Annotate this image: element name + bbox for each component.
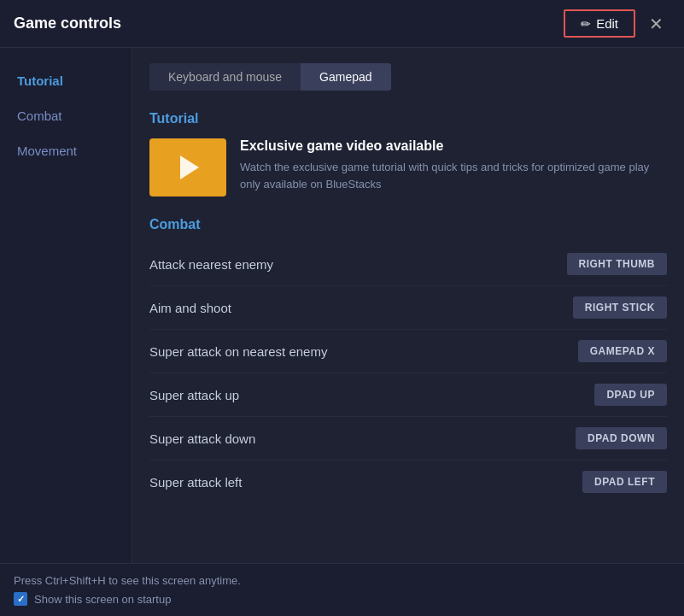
check-icon: ✓ — [17, 594, 25, 605]
control-label: Super attack left — [149, 475, 242, 490]
control-label: Attack nearest enemy — [149, 257, 273, 272]
control-label: Super attack down — [149, 431, 255, 446]
title-bar-right: ✏ Edit ✕ — [564, 9, 670, 38]
tutorial-text: Exclusive game video available Watch the… — [240, 138, 667, 192]
video-description: Watch the exclusive game tutorial with q… — [240, 159, 667, 192]
checkbox-row[interactable]: ✓ Show this screen on startup — [14, 592, 670, 606]
control-badge: DPAD DOWN — [576, 427, 667, 449]
sidebar-item-combat[interactable]: Combat — [0, 100, 132, 132]
combat-section-title: Combat — [149, 217, 667, 232]
title-bar: Game controls ✏ Edit ✕ — [0, 0, 684, 48]
tab-bar: Keyboard and mouse Gamepad — [132, 48, 684, 103]
tutorial-card: Exclusive game video available Watch the… — [149, 138, 667, 197]
table-row: Super attack down DPAD DOWN — [149, 417, 667, 461]
startup-checkbox[interactable]: ✓ — [14, 592, 27, 606]
control-label: Super attack on nearest enemy — [149, 344, 327, 359]
control-badge: DPAD UP — [594, 384, 667, 406]
sidebar-item-tutorial[interactable]: Tutorial — [0, 65, 132, 97]
video-title: Exclusive game video available — [240, 138, 667, 154]
table-row: Super attack left DPAD LEFT — [149, 461, 667, 503]
video-thumbnail[interactable] — [149, 138, 226, 197]
tab-keyboard[interactable]: Keyboard and mouse — [149, 63, 301, 91]
edit-label: Edit — [596, 16, 618, 31]
tab-gamepad[interactable]: Gamepad — [301, 63, 390, 91]
control-badge: GAMEPAD X — [578, 340, 667, 362]
edit-button[interactable]: ✏ Edit — [564, 9, 635, 38]
hint-text: Press Ctrl+Shift+H to see this screen an… — [14, 574, 670, 587]
main-content: Keyboard and mouse Gamepad Tutorial Excl… — [132, 48, 684, 563]
control-badge: DPAD LEFT — [582, 471, 667, 493]
window-title: Game controls — [14, 15, 121, 32]
sidebar: Tutorial Combat Movement — [0, 48, 132, 563]
control-badge: RIGHT THUMB — [567, 253, 668, 275]
table-row: Super attack on nearest enemy GAMEPAD X — [149, 330, 667, 373]
table-row: Attack nearest enemy RIGHT THUMB — [149, 243, 667, 286]
content-area: Tutorial Combat Movement Keyboard and mo… — [0, 48, 684, 563]
control-badge: RIGHT STICK — [573, 296, 667, 319]
close-button[interactable]: ✕ — [642, 10, 670, 38]
scroll-area[interactable]: Tutorial Exclusive game video available … — [132, 103, 684, 563]
title-bar-left: Game controls — [14, 15, 121, 32]
control-label: Super attack up — [149, 388, 239, 402]
control-label: Aim and shoot — [149, 301, 231, 315]
sidebar-item-movement[interactable]: Movement — [0, 135, 132, 167]
bottom-bar: Press Ctrl+Shift+H to see this screen an… — [0, 563, 684, 616]
game-controls-window: Game controls ✏ Edit ✕ Tutorial Combat M… — [0, 0, 684, 616]
play-icon — [180, 155, 199, 179]
tutorial-section-title: Tutorial — [149, 111, 667, 126]
pencil-icon: ✏ — [581, 17, 591, 31]
close-label: ✕ — [649, 15, 664, 33]
checkbox-label: Show this screen on startup — [34, 593, 171, 606]
table-row: Super attack up DPAD UP — [149, 373, 667, 417]
table-row: Aim and shoot RIGHT STICK — [149, 286, 667, 330]
